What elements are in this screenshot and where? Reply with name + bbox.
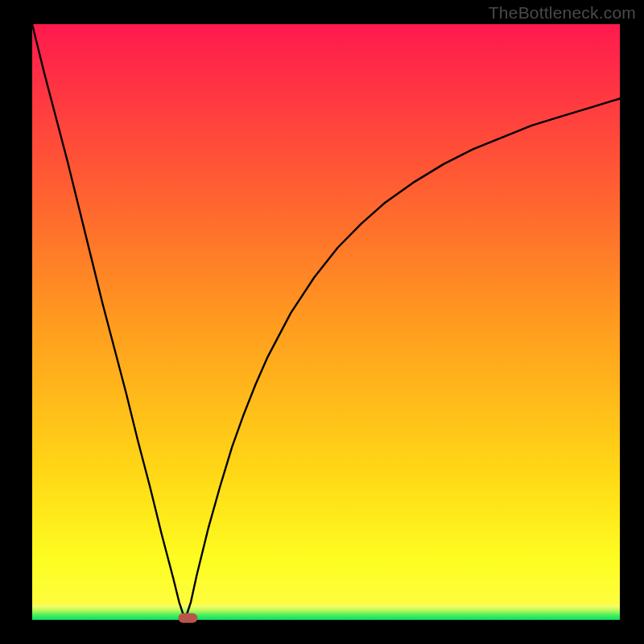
minimum-marker: [178, 613, 197, 623]
bottleneck-chart: [0, 0, 644, 644]
watermark-text: TheBottleneck.com: [489, 3, 636, 23]
chart-container: TheBottleneck.com: [0, 0, 644, 644]
green-strip: [32, 605, 620, 620]
plot-background: [32, 24, 620, 620]
